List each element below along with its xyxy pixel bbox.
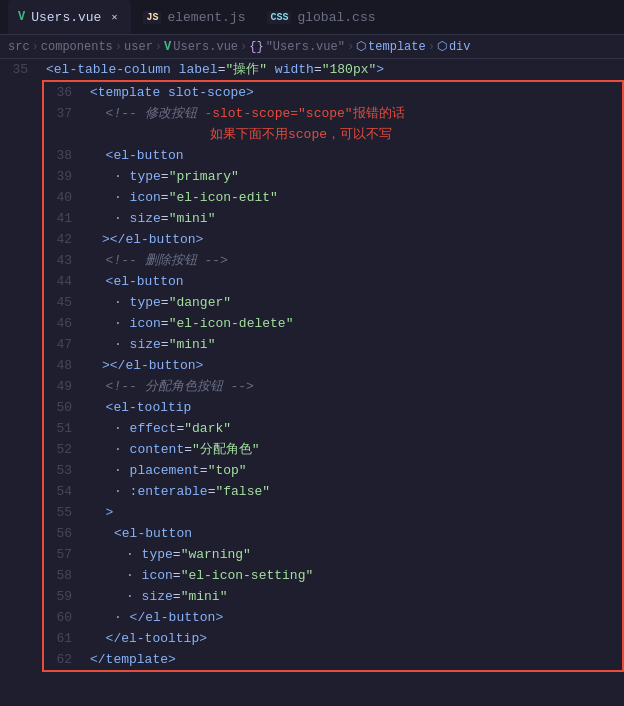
line-43: 43 <!-- 删除按钮 --> (44, 250, 622, 271)
tab-global-css[interactable]: CSS global.css (257, 0, 385, 34)
tab-label: Users.vue (31, 10, 101, 25)
line-36: 36 <template slot-scope> (44, 82, 622, 103)
line-42: 42 ></el-button> (44, 229, 622, 250)
line-62: 62 </template> (44, 649, 622, 670)
line-54: 54 · :enterable="false" (44, 481, 622, 502)
vue-icon: V (18, 10, 25, 24)
line-40: 40 · icon="el-icon-edit" (44, 187, 622, 208)
line-53: 53 · placement="top" (44, 460, 622, 481)
line-49: 49 <!-- 分配角色按钮 --> (44, 376, 622, 397)
line-47: 47 · size="mini" (44, 334, 622, 355)
line-52: 52 · content="分配角色" (44, 439, 622, 460)
line-50: 50 <el-tooltip (44, 397, 622, 418)
line-56: 56 <el-button (44, 523, 622, 544)
line-61: 61 </el-tooltip> (44, 628, 622, 649)
line-38: 38 <el-button (44, 145, 622, 166)
line-39: 39 · type="primary" (44, 166, 622, 187)
tab-bar: V Users.vue ✕ JS element.js CSS global.c… (0, 0, 624, 35)
line-46: 46 · icon="el-icon-delete" (44, 313, 622, 334)
breadcrumb: src › components › user › V Users.vue › … (0, 35, 624, 59)
line-60: 60 · </el-button> (44, 607, 622, 628)
line-57: 57 · type="warning" (44, 544, 622, 565)
line-37: 37 <!-- 修改按钮 -slot-scope="scope"报错的话 如果下… (44, 103, 622, 145)
tab-users-vue[interactable]: V Users.vue ✕ (8, 0, 131, 34)
line-55: 55 > (44, 502, 622, 523)
close-icon[interactable]: ✕ (107, 10, 121, 24)
line-35: 35 <el-table-column label="操作" width="18… (0, 59, 624, 80)
js-icon: JS (143, 11, 161, 24)
tab-element-js[interactable]: JS element.js (133, 0, 255, 34)
css-icon: CSS (267, 11, 291, 24)
code-editor[interactable]: 35 <el-table-column label="操作" width="18… (0, 59, 624, 702)
line-58: 58 · icon="el-icon-setting" (44, 565, 622, 586)
line-41: 41 · size="mini" (44, 208, 622, 229)
line-59: 59 · size="mini" (44, 586, 622, 607)
editor-window: V Users.vue ✕ JS element.js CSS global.c… (0, 0, 624, 706)
tab-label: global.css (297, 10, 375, 25)
line-48: 48 ></el-button> (44, 355, 622, 376)
tab-label: element.js (167, 10, 245, 25)
line-51: 51 · effect="dark" (44, 418, 622, 439)
line-45: 45 · type="danger" (44, 292, 622, 313)
line-44: 44 <el-button (44, 271, 622, 292)
